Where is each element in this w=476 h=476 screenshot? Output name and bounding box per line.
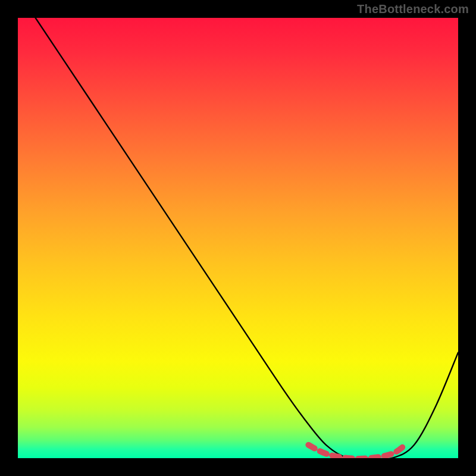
curve-layer — [18, 18, 458, 458]
highlight-segment — [308, 445, 405, 458]
chart-frame: TheBottleneck.com — [0, 0, 476, 476]
plot-area — [18, 18, 458, 458]
watermark-text: TheBottleneck.com — [357, 2, 469, 16]
bottleneck-curve — [36, 18, 458, 458]
